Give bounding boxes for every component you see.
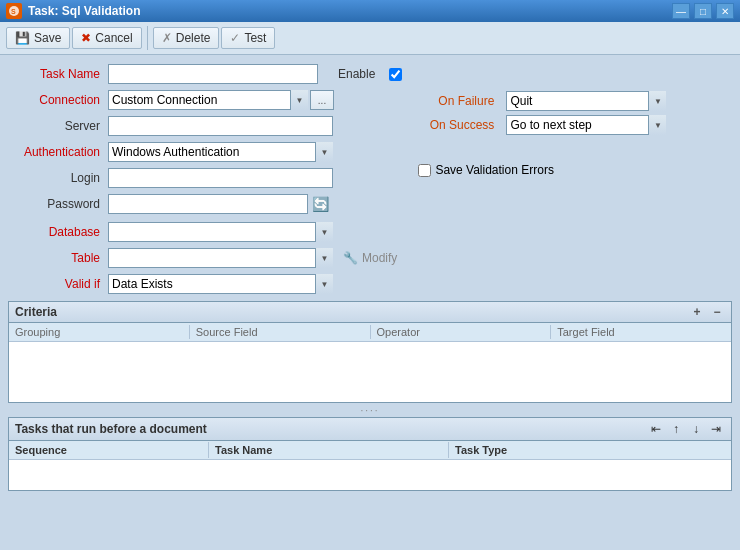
modify-icon: 🔧 bbox=[343, 251, 358, 265]
cancel-icon: ✖ bbox=[81, 31, 91, 45]
tasks-title: Tasks that run before a document bbox=[15, 422, 207, 436]
login-label: Login bbox=[8, 171, 108, 185]
save-label: Save bbox=[34, 31, 61, 45]
server-row: Server bbox=[8, 115, 402, 137]
login-row: Login bbox=[8, 167, 402, 189]
criteria-add-button[interactable]: + bbox=[689, 304, 705, 320]
valid-if-select[interactable]: Data Exists bbox=[108, 274, 333, 294]
task-name-label: Task Name bbox=[8, 67, 108, 81]
criteria-panel: Criteria + − Grouping Source Field Opera… bbox=[8, 301, 732, 403]
criteria-col-target-field: Target Field bbox=[551, 325, 731, 339]
password-row: Password 🔄 bbox=[8, 193, 402, 215]
criteria-header-buttons: + − bbox=[689, 304, 725, 320]
tasks-body bbox=[9, 460, 731, 490]
authentication-row: Authentication Windows Authentication ▼ bbox=[8, 141, 402, 163]
criteria-columns: Grouping Source Field Operator Target Fi… bbox=[9, 323, 731, 342]
criteria-body bbox=[9, 342, 731, 402]
task-name-input[interactable] bbox=[108, 64, 318, 84]
database-select-wrapper: ▼ bbox=[108, 222, 333, 242]
tasks-columns: Sequence Task Name Task Type bbox=[9, 441, 731, 460]
connection-select[interactable]: Custom Connection bbox=[108, 90, 308, 110]
password-label: Password bbox=[8, 197, 108, 211]
criteria-header: Criteria + − bbox=[9, 302, 731, 323]
modify-label: Modify bbox=[362, 251, 397, 265]
save-validation-row: Save Validation Errors bbox=[418, 163, 732, 177]
on-failure-select[interactable]: Quit bbox=[506, 91, 666, 111]
app-icon: S bbox=[6, 3, 22, 19]
resize-divider[interactable]: ···· bbox=[8, 403, 732, 417]
title-controls: — □ ✕ bbox=[672, 3, 734, 19]
delete-button[interactable]: ✗ Delete bbox=[153, 27, 220, 49]
delete-label: Delete bbox=[176, 31, 211, 45]
password-input[interactable] bbox=[108, 194, 308, 214]
test-label: Test bbox=[244, 31, 266, 45]
on-failure-row: On Failure Quit ▼ bbox=[418, 91, 732, 111]
enable-checkbox[interactable] bbox=[389, 68, 402, 81]
authentication-select-wrapper: Windows Authentication ▼ bbox=[108, 142, 333, 162]
window-title: Task: Sql Validation bbox=[28, 4, 140, 18]
database-select[interactable] bbox=[108, 222, 333, 242]
valid-if-label: Valid if bbox=[8, 277, 108, 291]
authentication-select[interactable]: Windows Authentication bbox=[108, 142, 333, 162]
connection-select-wrapper: Custom Connection ▼ bbox=[108, 90, 308, 110]
on-success-row: On Success Go to next step ▼ bbox=[418, 115, 732, 135]
connection-browse-button[interactable]: ... bbox=[310, 90, 334, 110]
table-label: Table bbox=[8, 251, 108, 265]
save-button[interactable]: 💾 Save bbox=[6, 27, 70, 49]
valid-if-select-wrapper: Data Exists ▼ bbox=[108, 274, 333, 294]
tasks-down-button[interactable]: ↓ bbox=[687, 420, 705, 438]
modify-button[interactable]: 🔧 Modify bbox=[343, 251, 397, 265]
save-validation-checkbox[interactable] bbox=[418, 164, 431, 177]
task-name-row: Task Name Enable bbox=[8, 63, 402, 85]
valid-if-row: Valid if Data Exists ▼ bbox=[8, 273, 732, 295]
tasks-col-sequence: Sequence bbox=[9, 442, 209, 458]
criteria-col-source-field: Source Field bbox=[190, 325, 371, 339]
database-row: Database ▼ bbox=[8, 221, 732, 243]
connection-input-group: Custom Connection ▼ ... bbox=[108, 90, 334, 110]
main-content: Task Name Enable Connection Custom Conne… bbox=[0, 55, 740, 549]
cancel-button[interactable]: ✖ Cancel bbox=[72, 27, 141, 49]
server-input[interactable] bbox=[108, 116, 333, 136]
left-col: Task Name Enable Connection Custom Conne… bbox=[8, 63, 402, 219]
enable-label: Enable bbox=[338, 67, 383, 81]
server-label: Server bbox=[8, 119, 108, 133]
close-button[interactable]: ✕ bbox=[716, 3, 734, 19]
connection-label: Connection bbox=[8, 93, 108, 107]
svg-text:S: S bbox=[11, 8, 16, 15]
enable-row: Enable bbox=[338, 67, 402, 81]
tasks-last-button[interactable]: ⇥ bbox=[707, 420, 725, 438]
delete-icon: ✗ bbox=[162, 31, 172, 45]
on-success-select-wrapper: Go to next step ▼ bbox=[506, 115, 666, 135]
minimize-button[interactable]: — bbox=[672, 3, 690, 19]
criteria-remove-button[interactable]: − bbox=[709, 304, 725, 320]
tasks-col-task-type: Task Type bbox=[449, 442, 731, 458]
tasks-header-buttons: ⇤ ↑ ↓ ⇥ bbox=[647, 420, 725, 438]
test-icon: ✓ bbox=[230, 31, 240, 45]
password-refresh-button[interactable]: 🔄 bbox=[308, 196, 333, 212]
title-bar: S Task: Sql Validation — □ ✕ bbox=[0, 0, 740, 22]
table-row: Table ▼ 🔧 Modify bbox=[8, 247, 732, 269]
authentication-label: Authentication bbox=[8, 145, 108, 159]
toolbar-separator bbox=[147, 26, 148, 50]
on-success-select[interactable]: Go to next step bbox=[506, 115, 666, 135]
table-select[interactable] bbox=[108, 248, 333, 268]
tasks-panel: Tasks that run before a document ⇤ ↑ ↓ ⇥… bbox=[8, 417, 732, 491]
test-button[interactable]: ✓ Test bbox=[221, 27, 275, 49]
toolbar: 💾 Save ✖ Cancel ✗ Delete ✓ Test bbox=[0, 22, 740, 55]
tasks-header: Tasks that run before a document ⇤ ↑ ↓ ⇥ bbox=[9, 418, 731, 441]
database-label: Database bbox=[8, 225, 108, 239]
login-input[interactable] bbox=[108, 168, 333, 188]
on-success-label: On Success bbox=[418, 118, 498, 132]
criteria-col-operator: Operator bbox=[371, 325, 552, 339]
on-failure-label: On Failure bbox=[418, 94, 498, 108]
maximize-button[interactable]: □ bbox=[694, 3, 712, 19]
tasks-col-task-name: Task Name bbox=[209, 442, 449, 458]
save-validation-label: Save Validation Errors bbox=[435, 163, 554, 177]
form-two-col: Task Name Enable Connection Custom Conne… bbox=[8, 63, 732, 219]
on-failure-select-wrapper: Quit ▼ bbox=[506, 91, 666, 111]
right-col: On Failure Quit ▼ On Success Go to next … bbox=[418, 63, 732, 219]
save-icon: 💾 bbox=[15, 31, 30, 45]
connection-row: Connection Custom Connection ▼ ... bbox=[8, 89, 402, 111]
tasks-up-button[interactable]: ↑ bbox=[667, 420, 685, 438]
tasks-first-button[interactable]: ⇤ bbox=[647, 420, 665, 438]
